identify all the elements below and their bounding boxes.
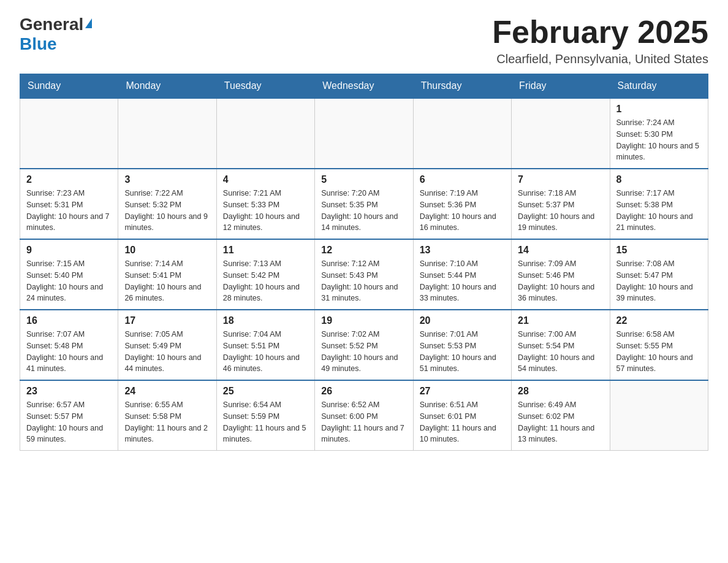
day-number: 16 [26, 315, 112, 326]
day-number: 13 [420, 245, 505, 256]
calendar-cell: 6Sunrise: 7:19 AMSunset: 5:36 PMDaylight… [413, 169, 511, 239]
day-number: 4 [223, 174, 308, 185]
day-info: Sunrise: 7:23 AMSunset: 5:31 PMDaylight:… [26, 188, 112, 234]
day-number: 5 [321, 174, 406, 185]
calendar-header-row: SundayMondayTuesdayWednesdayThursdayFrid… [20, 74, 708, 99]
day-number: 7 [518, 174, 603, 185]
calendar-header-tuesday: Tuesday [216, 74, 314, 99]
calendar-cell [610, 380, 708, 451]
page-header: General Blue February 2025 Clearfield, P… [20, 15, 708, 66]
day-info: Sunrise: 7:21 AMSunset: 5:33 PMDaylight:… [223, 188, 308, 234]
day-info: Sunrise: 7:14 AMSunset: 5:41 PMDaylight:… [124, 258, 210, 304]
calendar-header-friday: Friday [512, 74, 610, 99]
calendar-cell: 18Sunrise: 7:04 AMSunset: 5:51 PMDayligh… [216, 310, 314, 380]
calendar-cell [512, 98, 610, 169]
day-number: 3 [124, 174, 210, 185]
calendar-cell: 13Sunrise: 7:10 AMSunset: 5:44 PMDayligh… [413, 239, 511, 310]
calendar-cell: 1Sunrise: 7:24 AMSunset: 5:30 PMDaylight… [610, 98, 708, 169]
day-info: Sunrise: 7:01 AMSunset: 5:53 PMDaylight:… [420, 329, 505, 375]
day-number: 14 [518, 245, 603, 256]
calendar-cell: 5Sunrise: 7:20 AMSunset: 5:35 PMDaylight… [315, 169, 413, 239]
location-label: Clearfield, Pennsylvania, United States [492, 52, 708, 66]
calendar-cell: 16Sunrise: 7:07 AMSunset: 5:48 PMDayligh… [20, 310, 118, 380]
day-info: Sunrise: 7:22 AMSunset: 5:32 PMDaylight:… [124, 188, 210, 234]
day-number: 6 [420, 174, 505, 185]
calendar-cell: 15Sunrise: 7:08 AMSunset: 5:47 PMDayligh… [610, 239, 708, 310]
day-number: 19 [321, 315, 406, 326]
day-info: Sunrise: 7:15 AMSunset: 5:40 PMDaylight:… [26, 258, 112, 304]
day-info: Sunrise: 7:24 AMSunset: 5:30 PMDaylight:… [616, 117, 702, 163]
day-number: 26 [321, 386, 406, 397]
day-number: 20 [420, 315, 505, 326]
day-number: 2 [26, 174, 112, 185]
logo: General Blue [20, 15, 92, 54]
calendar-header-thursday: Thursday [413, 74, 511, 99]
day-number: 27 [420, 386, 505, 397]
day-info: Sunrise: 6:51 AMSunset: 6:01 PMDaylight:… [420, 399, 505, 445]
calendar-week-row: 16Sunrise: 7:07 AMSunset: 5:48 PMDayligh… [20, 310, 708, 380]
day-info: Sunrise: 7:17 AMSunset: 5:38 PMDaylight:… [616, 188, 702, 234]
day-info: Sunrise: 7:09 AMSunset: 5:46 PMDaylight:… [518, 258, 603, 304]
day-info: Sunrise: 6:57 AMSunset: 5:57 PMDaylight:… [26, 399, 112, 445]
calendar-cell: 11Sunrise: 7:13 AMSunset: 5:42 PMDayligh… [216, 239, 314, 310]
logo-blue-text: Blue [20, 34, 57, 54]
calendar-cell: 28Sunrise: 6:49 AMSunset: 6:02 PMDayligh… [512, 380, 610, 451]
day-number: 28 [518, 386, 603, 397]
calendar-header-sunday: Sunday [20, 74, 118, 99]
calendar-cell [216, 98, 314, 169]
day-info: Sunrise: 6:52 AMSunset: 6:00 PMDaylight:… [321, 399, 406, 445]
calendar-cell: 10Sunrise: 7:14 AMSunset: 5:41 PMDayligh… [118, 239, 216, 310]
calendar-week-row: 2Sunrise: 7:23 AMSunset: 5:31 PMDaylight… [20, 169, 708, 239]
day-number: 9 [26, 245, 112, 256]
calendar-cell: 9Sunrise: 7:15 AMSunset: 5:40 PMDaylight… [20, 239, 118, 310]
title-section: February 2025 Clearfield, Pennsylvania, … [492, 15, 708, 66]
day-info: Sunrise: 7:08 AMSunset: 5:47 PMDaylight:… [616, 258, 702, 304]
day-number: 11 [223, 245, 308, 256]
day-number: 8 [616, 174, 702, 185]
calendar-cell: 4Sunrise: 7:21 AMSunset: 5:33 PMDaylight… [216, 169, 314, 239]
day-number: 21 [518, 315, 603, 326]
day-info: Sunrise: 7:05 AMSunset: 5:49 PMDaylight:… [124, 329, 210, 375]
day-info: Sunrise: 7:07 AMSunset: 5:48 PMDaylight:… [26, 329, 112, 375]
day-number: 12 [321, 245, 406, 256]
calendar-cell: 14Sunrise: 7:09 AMSunset: 5:46 PMDayligh… [512, 239, 610, 310]
calendar-cell: 2Sunrise: 7:23 AMSunset: 5:31 PMDaylight… [20, 169, 118, 239]
calendar-header-wednesday: Wednesday [315, 74, 413, 99]
month-title: February 2025 [492, 15, 708, 50]
calendar-cell [20, 98, 118, 169]
calendar-table: SundayMondayTuesdayWednesdayThursdayFrid… [20, 74, 708, 451]
day-info: Sunrise: 7:18 AMSunset: 5:37 PMDaylight:… [518, 188, 603, 234]
day-info: Sunrise: 7:13 AMSunset: 5:42 PMDaylight:… [223, 258, 308, 304]
day-info: Sunrise: 7:19 AMSunset: 5:36 PMDaylight:… [420, 188, 505, 234]
day-number: 23 [26, 386, 112, 397]
day-number: 25 [223, 386, 308, 397]
day-info: Sunrise: 6:58 AMSunset: 5:55 PMDaylight:… [616, 329, 702, 375]
day-number: 18 [223, 315, 308, 326]
calendar-header-saturday: Saturday [610, 74, 708, 99]
calendar-cell: 23Sunrise: 6:57 AMSunset: 5:57 PMDayligh… [20, 380, 118, 451]
calendar-cell: 12Sunrise: 7:12 AMSunset: 5:43 PMDayligh… [315, 239, 413, 310]
calendar-cell: 21Sunrise: 7:00 AMSunset: 5:54 PMDayligh… [512, 310, 610, 380]
calendar-header-monday: Monday [118, 74, 216, 99]
calendar-cell: 27Sunrise: 6:51 AMSunset: 6:01 PMDayligh… [413, 380, 511, 451]
day-info: Sunrise: 6:54 AMSunset: 5:59 PMDaylight:… [223, 399, 308, 445]
calendar-cell: 7Sunrise: 7:18 AMSunset: 5:37 PMDaylight… [512, 169, 610, 239]
day-number: 10 [124, 245, 210, 256]
calendar-cell: 19Sunrise: 7:02 AMSunset: 5:52 PMDayligh… [315, 310, 413, 380]
calendar-cell [315, 98, 413, 169]
day-number: 15 [616, 245, 702, 256]
day-number: 24 [124, 386, 210, 397]
day-info: Sunrise: 7:20 AMSunset: 5:35 PMDaylight:… [321, 188, 406, 234]
calendar-cell: 24Sunrise: 6:55 AMSunset: 5:58 PMDayligh… [118, 380, 216, 451]
day-info: Sunrise: 7:10 AMSunset: 5:44 PMDaylight:… [420, 258, 505, 304]
day-number: 22 [616, 315, 702, 326]
calendar-week-row: 23Sunrise: 6:57 AMSunset: 5:57 PMDayligh… [20, 380, 708, 451]
day-number: 1 [616, 104, 702, 115]
logo-arrow-icon [85, 18, 92, 28]
day-info: Sunrise: 6:55 AMSunset: 5:58 PMDaylight:… [124, 399, 210, 445]
calendar-cell: 25Sunrise: 6:54 AMSunset: 5:59 PMDayligh… [216, 380, 314, 451]
calendar-cell: 22Sunrise: 6:58 AMSunset: 5:55 PMDayligh… [610, 310, 708, 380]
day-info: Sunrise: 7:04 AMSunset: 5:51 PMDaylight:… [223, 329, 308, 375]
calendar-cell: 26Sunrise: 6:52 AMSunset: 6:00 PMDayligh… [315, 380, 413, 451]
calendar-week-row: 1Sunrise: 7:24 AMSunset: 5:30 PMDaylight… [20, 98, 708, 169]
